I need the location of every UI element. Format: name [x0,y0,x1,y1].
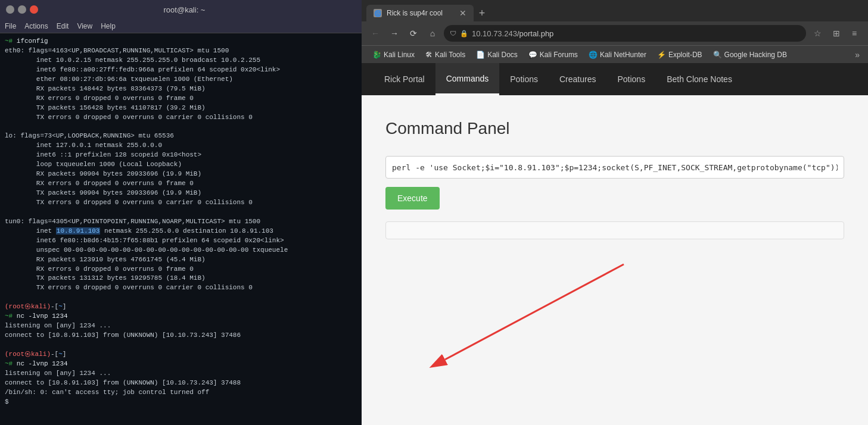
execute-button[interactable]: Execute [385,187,440,210]
nav-beth-clone-notes[interactable]: Beth Clone Notes [656,63,743,95]
site-navigation: Rick Portal Commands Potions Creatures P… [362,63,868,95]
command-input[interactable] [385,156,844,179]
extensions-button[interactable]: ⊞ [829,26,844,41]
browser-window: 🌀 Rick is sup4r cool ✕ + ← → ⟳ ⌂ 🛡 🔒 10.… [362,0,868,425]
bookmark-nethunter-label: Kali NetHunter [600,51,646,59]
tab-close-button[interactable]: ✕ [459,8,466,18]
command-output-area [385,221,844,239]
page-title: Command Panel [385,119,844,138]
bookmark-kali-docs[interactable]: 📄 Kali Docs [471,49,522,60]
browser-action-buttons: ⊞ ≡ [829,26,862,41]
url-path: /portal.php [517,29,553,38]
nav-potions-1[interactable]: Potions [499,63,549,95]
minimize-button[interactable] [6,5,14,14]
nav-creatures[interactable]: Creatures [549,63,606,95]
bookmarks-bar: 🐉 Kali Linux 🛠 Kali Tools 📄 Kali Docs 💬 … [362,45,868,63]
tab-favicon: 🌀 [374,9,382,17]
site-main-content: Command Panel Execute [362,95,868,425]
kali-tools-icon: 🛠 [425,51,433,59]
menu-edit[interactable]: Edit [57,22,69,30]
nav-potions-2[interactable]: Potions [606,63,656,95]
browser-chrome: 🌀 Rick is sup4r cool ✕ + ← → ⟳ ⌂ 🛡 🔒 10.… [362,0,868,63]
nethunter-icon: 🌐 [589,51,598,59]
lock-icon: 🔒 [460,30,468,38]
browser-tab-bar: 🌀 Rick is sup4r cool ✕ + [362,0,868,21]
bookmark-google-hacking[interactable]: 🔍 Google Hacking DB [708,49,792,60]
bookmark-google-hacking-label: Google Hacking DB [724,51,787,59]
close-button[interactable] [30,5,38,14]
forward-button[interactable]: → [387,26,402,41]
bookmark-exploit-db[interactable]: ⚡ Exploit-DB [652,49,707,60]
terminal-menubar: File Actions Edit View Help [0,19,362,33]
nav-commands[interactable]: Commands [435,63,500,95]
terminal-window-controls [6,5,38,14]
terminal-title: root@kali: ~ [38,5,331,14]
home-button[interactable]: ⌂ [425,26,440,41]
exploit-db-icon: ⚡ [657,51,666,59]
back-button[interactable]: ← [368,26,383,41]
browser-nav-bar: ← → ⟳ ⌂ 🛡 🔒 10.10.73.243/portal.php ☆ ⊞ … [362,21,868,45]
tab-title: Rick is sup4r cool [387,9,443,17]
reload-button[interactable]: ⟳ [406,26,421,41]
google-hacking-icon: 🔍 [713,51,722,59]
kali-linux-icon: 🐉 [372,51,381,59]
website-content: Rick Portal Commands Potions Creatures P… [362,63,868,425]
new-tab-button[interactable]: + [474,5,490,21]
command-input-container [385,156,844,179]
kali-forums-icon: 💬 [528,51,537,59]
terminal-window: root@kali: ~ File Actions Edit View Help… [0,0,362,425]
terminal-body: ~# ifconfig eth0: flags=4163<UP,BROADCAS… [0,33,362,425]
bookmark-kali-tools-label: Kali Tools [435,51,465,59]
url-display: 10.10.73.243/portal.php [472,29,553,38]
bookmark-kali-tools[interactable]: 🛠 Kali Tools [421,49,470,60]
security-icon: 🛡 [450,30,456,37]
terminal-titlebar: root@kali: ~ [0,0,362,19]
bookmark-kali-nethunter[interactable]: 🌐 Kali NetHunter [584,49,651,60]
bookmarks-more-button[interactable]: » [853,49,862,61]
menu-view[interactable]: View [77,22,92,30]
kali-docs-icon: 📄 [476,51,485,59]
menu-help[interactable]: Help [101,22,116,30]
menu-button[interactable]: ≡ [847,26,862,41]
url-base: 10.10.73.243 [472,29,517,38]
browser-tab-active[interactable]: 🌀 Rick is sup4r cool ✕ [366,5,474,21]
bookmark-kali-linux-label: Kali Linux [384,51,415,59]
nav-rick-portal[interactable]: Rick Portal [374,63,435,95]
bookmark-exploit-db-label: Exploit-DB [668,51,702,59]
menu-file[interactable]: File [5,22,16,30]
bookmark-kali-forums-label: Kali Forums [540,51,578,59]
bookmark-kali-forums[interactable]: 💬 Kali Forums [524,49,583,60]
address-bar[interactable]: 🛡 🔒 10.10.73.243/portal.php [444,25,806,42]
menu-actions[interactable]: Actions [24,22,48,30]
bookmark-kali-docs-label: Kali Docs [487,51,518,59]
maximize-button[interactable] [18,5,26,14]
bookmark-kali-linux[interactable]: 🐉 Kali Linux [368,49,419,60]
bookmark-star-button[interactable]: ☆ [810,26,825,41]
